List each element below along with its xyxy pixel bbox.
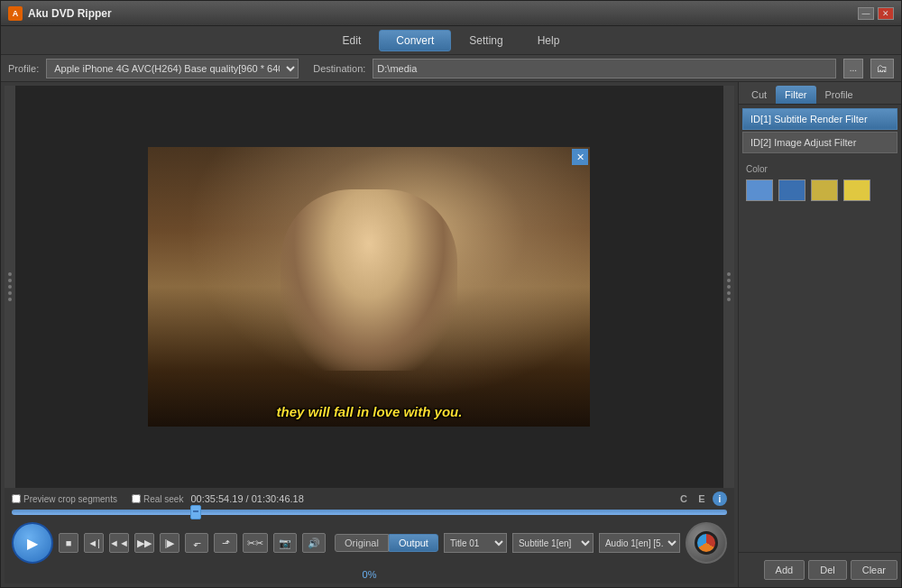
- title-select[interactable]: Title 01: [444, 533, 507, 553]
- video-handle-right: [723, 86, 734, 488]
- play-button[interactable]: ▶: [12, 522, 53, 564]
- time-display: 00:35:54.19 / 01:30:46.18: [190, 493, 303, 504]
- controls-area: Preview crop segments Real seek 00:35:54…: [5, 488, 734, 583]
- handle-dot: [727, 279, 731, 282]
- progress-label: 0%: [12, 569, 727, 580]
- snapshot-button[interactable]: 📷: [273, 533, 297, 553]
- filter-item-image-adjust[interactable]: ID[2] Image Adjust Filter: [742, 132, 897, 153]
- original-button[interactable]: Original: [335, 534, 389, 552]
- original-output-toggle: Original Output: [335, 534, 438, 552]
- video-area-wrapper: they will fall in love with you. ✕: [5, 86, 734, 488]
- status-bar: Preview crop segments Real seek 00:35:54…: [12, 492, 727, 506]
- title-bar-left: A Aku DVD Ripper: [8, 6, 112, 21]
- video-center: they will fall in love with you. ✕: [15, 86, 723, 488]
- tab-profile[interactable]: Profile: [816, 86, 862, 104]
- handle-dot: [8, 285, 12, 289]
- color-swatch-2[interactable]: [778, 179, 805, 201]
- handle-dot: [727, 291, 731, 295]
- prev-frame-button[interactable]: ◄|: [84, 533, 104, 553]
- mark-in-button[interactable]: ⬐: [185, 533, 208, 553]
- preview-crop-checkbox[interactable]: Preview crop segments: [12, 494, 117, 504]
- dest-label: Destination:: [313, 63, 365, 74]
- title-bar: A Aku DVD Ripper — ✕: [1, 1, 901, 26]
- left-panel: they will fall in love with you. ✕: [1, 82, 738, 587]
- preview-crop-label: Preview crop segments: [23, 494, 117, 504]
- seek-thumb[interactable]: [190, 505, 201, 519]
- profile-label: Profile:: [8, 63, 39, 74]
- dest-input[interactable]: [373, 59, 835, 78]
- handle-dot: [727, 285, 731, 289]
- app-window: A Aku DVD Ripper — ✕ Edit Convert Settin…: [0, 0, 902, 588]
- menu-setting[interactable]: Setting: [453, 31, 519, 51]
- reel-icon: [686, 522, 727, 564]
- video-handle-left: [5, 86, 15, 488]
- color-section: Color: [742, 157, 897, 208]
- video-content: they will fall in love with you.: [148, 147, 590, 427]
- toolbar: Profile: Apple iPhone 4G AVC(H264) Base …: [1, 55, 901, 82]
- handle-dot: [727, 298, 731, 301]
- stop-button[interactable]: ■: [59, 533, 78, 553]
- filter-item-subtitle[interactable]: ID[1] Subtitle Render Filter: [742, 108, 897, 130]
- fast-forward-button[interactable]: ▶▶: [134, 533, 154, 553]
- real-seek-input[interactable]: [132, 494, 141, 503]
- minimize-button[interactable]: —: [858, 7, 874, 20]
- folder-button[interactable]: 🗂: [870, 59, 894, 78]
- handle-dot: [8, 272, 12, 276]
- app-title: Aku DVD Ripper: [28, 7, 112, 20]
- handle-dot: [8, 291, 12, 295]
- menu-help[interactable]: Help: [521, 31, 576, 51]
- menu-convert[interactable]: Convert: [379, 30, 451, 51]
- handle-dot: [8, 298, 12, 301]
- add-button[interactable]: Add: [764, 560, 805, 580]
- color-swatches: [746, 179, 894, 201]
- right-tabs: Cut Filter Profile: [739, 82, 901, 105]
- output-button[interactable]: Output: [389, 534, 438, 552]
- right-bottom-buttons: Add Del Clear: [739, 552, 901, 587]
- clip-button[interactable]: ✂✂: [243, 533, 268, 553]
- volume-button[interactable]: 🔊: [302, 533, 326, 553]
- color-swatch-1[interactable]: [746, 179, 773, 201]
- playback-controls: ▶ ■ ◄| ◄◄ ▶▶ |▶ ⬐ ⬏ ✂✂ 📷 🔊 Original Outp…: [12, 517, 727, 567]
- mark-out-button[interactable]: ⬏: [214, 533, 237, 553]
- subtitle-text: they will fall in love with you.: [277, 404, 463, 419]
- app-icon: A: [8, 6, 23, 21]
- handle-dot: [8, 279, 12, 282]
- subtitle-select[interactable]: Subtitle 1[en]: [512, 533, 594, 553]
- real-seek-checkbox[interactable]: Real seek: [132, 494, 183, 504]
- profile-select[interactable]: Apple iPhone 4G AVC(H264) Base quality[9…: [46, 59, 299, 78]
- audio-select[interactable]: Audio 1[en] [5.1: [599, 533, 680, 553]
- scene-person: [281, 189, 457, 372]
- crop-icon[interactable]: C: [676, 492, 691, 506]
- del-button[interactable]: Del: [808, 560, 847, 580]
- status-icons: C E i: [676, 492, 727, 506]
- real-seek-label: Real seek: [143, 494, 183, 504]
- seek-bar[interactable]: [12, 510, 727, 515]
- close-button[interactable]: ✕: [878, 7, 894, 20]
- handle-dot: [727, 272, 731, 276]
- effects-icon[interactable]: E: [695, 492, 709, 506]
- info-icon[interactable]: i: [713, 492, 727, 506]
- browse-button[interactable]: ...: [843, 59, 863, 78]
- video-black-area: they will fall in love with you. ✕: [15, 86, 723, 488]
- video-frame: they will fall in love with you. ✕: [148, 147, 590, 427]
- rewind-button[interactable]: ◄◄: [109, 533, 129, 553]
- tab-filter[interactable]: Filter: [776, 86, 815, 104]
- main-content: they will fall in love with you. ✕: [1, 82, 901, 587]
- right-panel: Cut Filter Profile ID[1] Subtitle Render…: [738, 82, 901, 587]
- tab-cut[interactable]: Cut: [742, 86, 776, 104]
- next-frame-button[interactable]: |▶: [160, 533, 179, 553]
- title-bar-controls: — ✕: [858, 7, 894, 20]
- color-swatch-3[interactable]: [811, 179, 838, 201]
- color-swatch-4[interactable]: [843, 179, 870, 201]
- clear-button[interactable]: Clear: [851, 560, 897, 580]
- menu-bar: Edit Convert Setting Help: [1, 26, 901, 55]
- video-close-button[interactable]: ✕: [572, 149, 588, 165]
- preview-crop-input[interactable]: [12, 494, 21, 503]
- color-label: Color: [746, 164, 894, 174]
- menu-edit[interactable]: Edit: [327, 31, 378, 51]
- filter-list: ID[1] Subtitle Render Filter ID[2] Image…: [739, 105, 901, 552]
